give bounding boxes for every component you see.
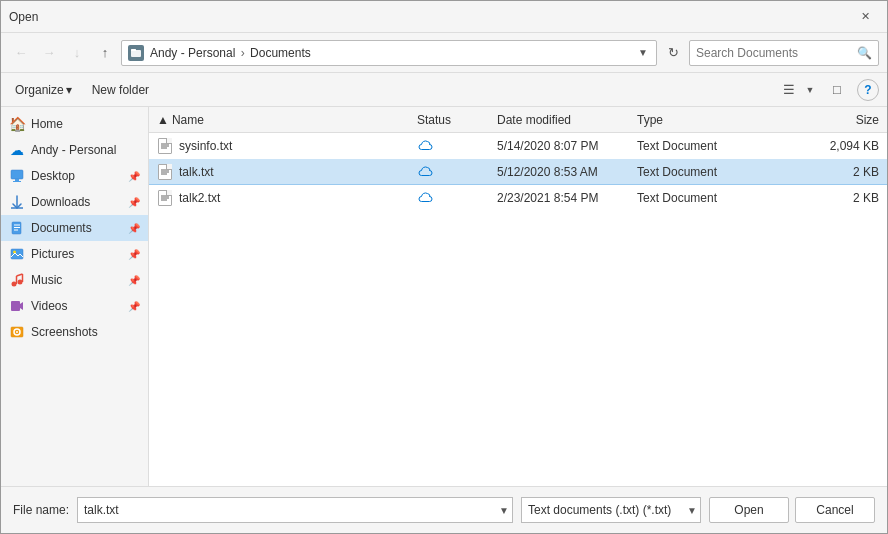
organize-button[interactable]: Organize ▾ [9, 78, 78, 102]
file-name-cell: talk2.txt [157, 190, 417, 206]
sort-indicator: ▲ [157, 113, 169, 127]
file-size: 2 KB [757, 165, 879, 179]
file-rows-container: sysinfo.txt 5/14/2020 8:07 PM Text Docum… [149, 133, 887, 211]
breadcrumb-documents[interactable]: Documents [250, 46, 311, 60]
pin-icon-downloads: 📌 [128, 197, 140, 208]
file-name-cell: talk.txt [157, 164, 417, 180]
svg-rect-11 [11, 249, 23, 259]
pin-icon-documents: 📌 [128, 223, 140, 234]
svg-line-17 [17, 274, 23, 276]
svg-point-21 [16, 331, 18, 333]
txt-file-icon [158, 164, 172, 180]
open-button[interactable]: Open [709, 497, 789, 523]
filename-chevron[interactable]: ▼ [499, 505, 509, 516]
organize-label: Organize [15, 83, 64, 97]
sidebar-label-pictures: Pictures [31, 247, 74, 261]
column-status[interactable]: Status [417, 113, 497, 127]
sidebar-label-videos: Videos [31, 299, 67, 313]
cancel-button[interactable]: Cancel [795, 497, 875, 523]
pane-button[interactable]: □ [825, 78, 849, 102]
column-size[interactable]: Size [757, 113, 879, 127]
txt-file-icon [158, 190, 172, 206]
refresh-button[interactable]: ↻ [661, 41, 685, 65]
cloud-status-icon [417, 163, 433, 180]
main-content: 🏠 Home ☁ Andy - Personal Desktop 📌 [1, 107, 887, 486]
file-list-header: ▲ Name Status Date modified Type Size [149, 107, 887, 133]
titlebar-controls: ✕ [851, 7, 879, 27]
home-icon: 🏠 [9, 116, 25, 132]
file-type: Text Document [637, 139, 757, 153]
column-type[interactable]: Type [637, 113, 757, 127]
bottom-bar: File name: ▼ Text documents (.txt) (*.tx… [1, 486, 887, 533]
sidebar-item-home[interactable]: 🏠 Home [1, 111, 148, 137]
table-row[interactable]: sysinfo.txt 5/14/2020 8:07 PM Text Docum… [149, 133, 887, 159]
file-name: sysinfo.txt [179, 139, 232, 153]
sidebar-item-pictures[interactable]: Pictures 📌 [1, 241, 148, 267]
back-button[interactable]: ← [9, 41, 33, 65]
breadcrumb-root[interactable]: Andy - Personal [150, 46, 235, 60]
search-input[interactable] [696, 46, 853, 60]
txt-file-icon [158, 138, 172, 154]
file-name: talk.txt [179, 165, 214, 179]
address-bar[interactable]: Andy - Personal › Documents ▼ [121, 40, 657, 66]
search-icon: 🔍 [857, 46, 872, 60]
column-name[interactable]: ▲ Name [157, 113, 417, 127]
cloud-status-icon [417, 137, 433, 154]
file-date: 5/12/2020 8:53 AM [497, 165, 637, 179]
filename-input[interactable] [77, 497, 513, 523]
file-date: 2/23/2021 8:54 PM [497, 191, 637, 205]
sidebar-label-music: Music [31, 273, 62, 287]
forward-button[interactable]: → [37, 41, 61, 65]
filename-label: File name: [13, 503, 69, 517]
table-row[interactable]: talk2.txt 2/23/2021 8:54 PM Text Documen… [149, 185, 887, 211]
titlebar: Open ✕ [1, 1, 887, 33]
filetype-wrap: Text documents (.txt) (*.txt) ▼ [521, 497, 701, 523]
sidebar-item-music[interactable]: Music 📌 [1, 267, 148, 293]
pin-icon-videos: 📌 [128, 301, 140, 312]
file-name-cell: sysinfo.txt [157, 138, 417, 154]
up-button[interactable]: ↑ [93, 41, 117, 65]
cloud-icon: ☁ [9, 142, 25, 158]
sidebar-item-andy-personal[interactable]: ☁ Andy - Personal [1, 137, 148, 163]
search-box: 🔍 [689, 40, 879, 66]
pin-icon-music: 📌 [128, 275, 140, 286]
view-list-button[interactable]: ☰ [777, 78, 801, 102]
dialog-title: Open [9, 10, 851, 24]
help-button[interactable]: ? [857, 79, 879, 101]
file-icon [157, 190, 173, 206]
sidebar-label-desktop: Desktop [31, 169, 75, 183]
filetype-select[interactable]: Text documents (.txt) (*.txt) [521, 497, 701, 523]
file-size: 2 KB [757, 191, 879, 205]
down-button[interactable]: ↓ [65, 41, 89, 65]
column-date[interactable]: Date modified [497, 113, 637, 127]
file-name: talk2.txt [179, 191, 220, 205]
address-toolbar: ← → ↓ ↑ Andy - Personal › Documents ▼ ↻ … [1, 33, 887, 73]
address-icon [128, 45, 144, 61]
pictures-icon [9, 246, 25, 262]
file-type: Text Document [637, 165, 757, 179]
open-dialog: Open ✕ ← → ↓ ↑ Andy - Personal › Documen… [0, 0, 888, 534]
address-chevron[interactable]: ▼ [636, 45, 650, 60]
sidebar-item-screenshots[interactable]: Screenshots [1, 319, 148, 345]
file-icon [157, 138, 173, 154]
sidebar-label-documents: Documents [31, 221, 92, 235]
sidebar: 🏠 Home ☁ Andy - Personal Desktop 📌 [1, 107, 149, 486]
view-chevron-button[interactable]: ▼ [803, 78, 817, 102]
file-status-cell [417, 163, 497, 180]
sidebar-item-downloads[interactable]: Downloads 📌 [1, 189, 148, 215]
new-folder-button[interactable]: New folder [86, 78, 155, 102]
breadcrumb: Andy - Personal › Documents [150, 46, 630, 60]
svg-rect-18 [11, 301, 20, 311]
videos-icon [9, 298, 25, 314]
sidebar-item-documents[interactable]: Documents 📌 [1, 215, 148, 241]
pin-icon-pictures: 📌 [128, 249, 140, 260]
sidebar-label-andy: Andy - Personal [31, 143, 116, 157]
action-buttons: Open Cancel [709, 497, 875, 523]
sidebar-label-screenshots: Screenshots [31, 325, 98, 339]
sidebar-item-desktop[interactable]: Desktop 📌 [1, 163, 148, 189]
close-button[interactable]: ✕ [851, 7, 879, 27]
organize-chevron: ▾ [66, 83, 72, 97]
file-type: Text Document [637, 191, 757, 205]
sidebar-item-videos[interactable]: Videos 📌 [1, 293, 148, 319]
table-row[interactable]: talk.txt 5/12/2020 8:53 AM Text Document… [149, 159, 887, 185]
